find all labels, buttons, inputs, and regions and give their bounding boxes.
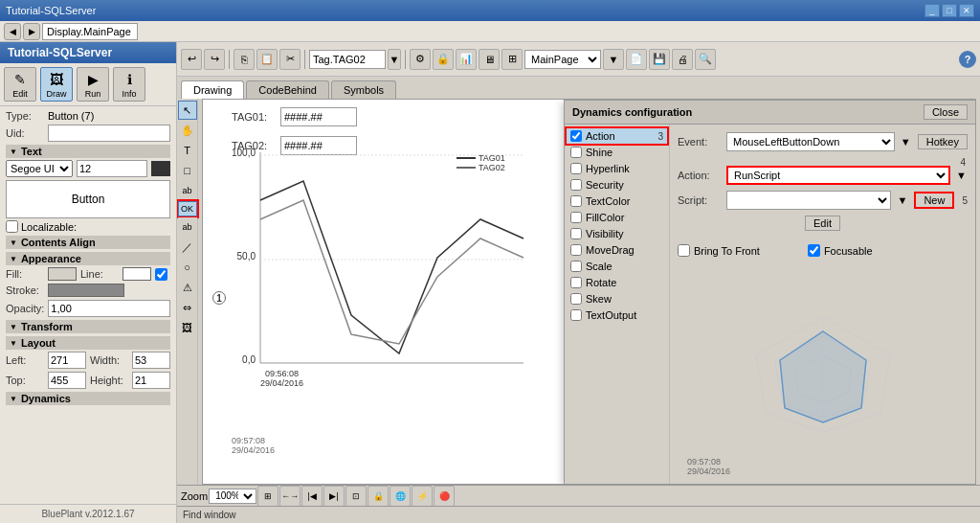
dyn-item-skew[interactable]: Skew (567, 291, 667, 307)
dyn-item-shine[interactable]: Shine (567, 145, 667, 160)
textcolor-checkbox[interactable] (570, 195, 582, 207)
mainpage-dropdown[interactable]: ▼ (603, 49, 624, 70)
ab2-tool[interactable]: ab (178, 217, 197, 237)
toolbar-btn-9[interactable]: 🔍 (695, 49, 716, 70)
help-button[interactable]: ? (959, 51, 976, 68)
dyn-item-security[interactable]: Security (567, 177, 667, 193)
dynamics-close-button[interactable]: Close (924, 104, 968, 120)
cut-button[interactable]: ✂ (279, 49, 301, 70)
new-script-button[interactable]: New (914, 192, 954, 209)
dyn-item-textcolor[interactable]: TextColor (567, 193, 667, 209)
bt-btn-1[interactable]: ⊞ (257, 486, 278, 507)
textoutput-checkbox[interactable] (570, 309, 582, 321)
toolbar-btn-1[interactable]: ⚙ (410, 49, 431, 70)
toolbar-btn-4[interactable]: 🖥 (479, 49, 500, 70)
arrow-tool[interactable]: ⇔ (178, 298, 197, 317)
rect-tool[interactable]: □ (178, 161, 197, 180)
event-select[interactable]: MouseLeftButtonDown (726, 132, 895, 151)
circle-tool[interactable]: ○ (178, 258, 197, 277)
top-input[interactable] (48, 372, 86, 389)
hotkey-button[interactable]: Hotkey (918, 134, 968, 149)
hand-tool[interactable]: ✋ (178, 121, 197, 140)
fillcolor-checkbox[interactable] (570, 212, 582, 223)
line-checkbox[interactable] (155, 268, 167, 281)
bt-btn-7[interactable]: 🌐 (390, 486, 411, 507)
rotate-checkbox[interactable] (570, 277, 582, 288)
dyn-item-fillcolor[interactable]: FillColor (567, 210, 667, 225)
toolbar-btn-6[interactable]: 📄 (626, 49, 647, 70)
toolbar-btn-5[interactable]: ⊞ (501, 49, 523, 70)
uid-input[interactable] (48, 125, 170, 142)
script-select[interactable] (726, 191, 891, 210)
bt-btn-2[interactable]: ←→ (279, 486, 301, 507)
bt-btn-5[interactable]: ⊡ (345, 486, 367, 507)
tab-drawing[interactable]: Drawing (181, 80, 244, 99)
action-value-select[interactable]: RunScript (726, 166, 950, 185)
ab-btn-tool[interactable]: OK (178, 201, 197, 216)
bt-btn-6[interactable]: 🔒 (368, 486, 389, 507)
shine-checkbox[interactable] (570, 147, 582, 158)
width-input[interactable] (132, 352, 170, 369)
redo-button[interactable]: ↪ (204, 49, 225, 70)
nav-forward-button[interactable]: ▶ (23, 23, 40, 40)
dyn-item-textoutput[interactable]: TextOutput (567, 307, 667, 323)
bring-to-front-checkbox[interactable] (678, 244, 690, 257)
fill-color-swatch[interactable] (48, 267, 77, 281)
undo-button[interactable]: ↩ (181, 49, 202, 70)
skew-checkbox[interactable] (570, 293, 582, 305)
toolbar-btn-7[interactable]: 💾 (649, 49, 670, 70)
tab-symbols[interactable]: Symbols (331, 80, 396, 99)
dyn-item-hyperlink[interactable]: Hyperlink (567, 161, 667, 176)
movedrag-checkbox[interactable] (570, 244, 582, 256)
left-input[interactable] (48, 352, 86, 369)
draw-tool-button[interactable]: 🖼 Draw (40, 67, 73, 102)
image-tool[interactable]: 🖼 (178, 318, 197, 337)
font-size-input[interactable] (77, 160, 147, 177)
font-select[interactable]: Segoe UI (6, 160, 73, 177)
paste-button[interactable]: 📋 (256, 49, 278, 70)
bt-btn-3[interactable]: |◀ (301, 486, 323, 507)
opacity-input[interactable] (48, 300, 170, 317)
edit-script-button[interactable]: Edit (805, 216, 840, 231)
height-input[interactable] (132, 372, 170, 389)
dyn-item-action[interactable]: Action 3 (567, 128, 667, 144)
bt-btn-9[interactable]: 🔴 (434, 486, 455, 507)
security-checkbox[interactable] (570, 179, 582, 191)
info-tool-button[interactable]: ℹ Info (113, 67, 145, 102)
pointer-tool[interactable]: ↖ (178, 101, 197, 120)
stroke-color-swatch[interactable] (48, 284, 124, 297)
window-controls[interactable]: _ □ ✕ (924, 4, 974, 17)
ab-text-tool[interactable]: ab (178, 181, 197, 200)
minimize-button[interactable]: _ (924, 4, 940, 17)
tag-input[interactable] (309, 50, 386, 69)
maximize-button[interactable]: □ (942, 4, 957, 17)
zoom-select[interactable]: 100% (209, 489, 256, 504)
edit-tool-button[interactable]: ✎ Edit (4, 67, 36, 102)
bt-btn-4[interactable]: ▶| (323, 486, 345, 507)
localizable-checkbox[interactable] (6, 220, 18, 233)
close-window-button[interactable]: ✕ (959, 4, 974, 17)
tab-codebehind[interactable]: CodeBehind (246, 80, 329, 99)
dyn-item-scale[interactable]: Scale (567, 259, 667, 274)
action-checkbox[interactable] (570, 130, 582, 142)
dyn-item-movedrag[interactable]: MoveDrag (567, 242, 667, 258)
visibility-checkbox[interactable] (570, 228, 582, 239)
mainpage-select[interactable]: MainPage (524, 50, 601, 69)
dyn-item-rotate[interactable]: Rotate (567, 275, 667, 290)
copy-button[interactable]: ⎘ (234, 49, 255, 70)
font-color-swatch[interactable] (151, 161, 170, 176)
tag-options-button[interactable]: ▼ (388, 49, 401, 70)
line-color-swatch[interactable] (122, 267, 151, 281)
text-tool[interactable]: T (178, 141, 197, 160)
toolbar-btn-3[interactable]: 📊 (456, 49, 477, 70)
line-tool[interactable]: ／ (178, 238, 197, 257)
nav-back-button[interactable]: ◀ (4, 23, 21, 40)
run-tool-button[interactable]: ▶ Run (77, 67, 109, 102)
hyperlink-checkbox[interactable] (570, 163, 582, 174)
bt-btn-8[interactable]: ⚡ (412, 486, 433, 507)
scale-checkbox[interactable] (570, 261, 582, 272)
toolbar-btn-2[interactable]: 🔒 (433, 49, 454, 70)
toolbar-btn-8[interactable]: 🖨 (672, 49, 693, 70)
dyn-item-visibility[interactable]: Visibility (567, 226, 667, 241)
focusable-checkbox[interactable] (808, 244, 820, 257)
